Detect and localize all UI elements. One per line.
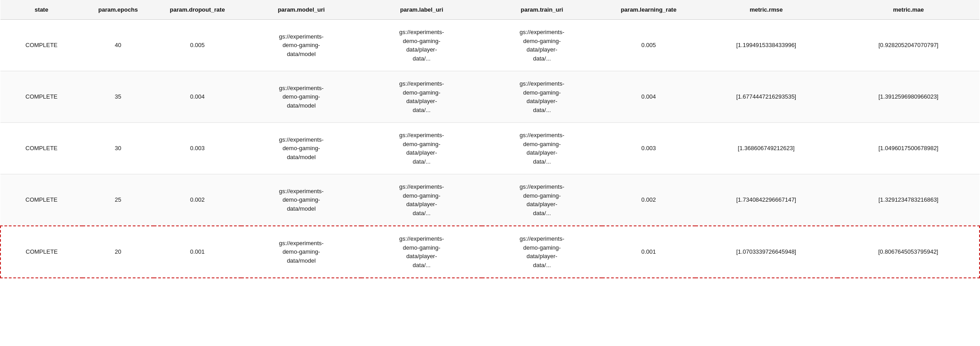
cell-param_learning_rate: 0.002 <box>602 174 695 226</box>
cell-metric_mae: [1.3912596980966023] <box>837 71 980 123</box>
col-header-param_dropout_rate: param.dropout_rate <box>154 0 241 20</box>
cell-param_model_uri: gs://experiments-demo-gaming-data/model <box>241 226 361 278</box>
cell-param_label_uri: gs://experiments-demo-gaming-data/player… <box>361 226 481 278</box>
experiments-table: stateparam.epochsparam.dropout_rateparam… <box>0 0 980 278</box>
col-header-param_model_uri: param.model_uri <box>241 0 361 20</box>
cell-param_train_uri: gs://experiments-demo-gaming-data/player… <box>482 174 602 226</box>
cell-metric_mae: [0.9282052047070797] <box>837 20 980 71</box>
cell-state: COMPLETE <box>0 20 82 71</box>
cell-param_label_uri: gs://experiments-demo-gaming-data/player… <box>361 123 481 174</box>
cell-param_model_uri: gs://experiments-demo-gaming-data/model <box>241 174 361 226</box>
cell-param_train_uri: gs://experiments-demo-gaming-data/player… <box>482 71 602 123</box>
cell-param_epochs: 25 <box>82 174 154 226</box>
table-row[interactable]: COMPLETE400.005gs://experiments-demo-gam… <box>0 20 980 71</box>
cell-state: COMPLETE <box>0 71 82 123</box>
cell-param_epochs: 30 <box>82 123 154 174</box>
cell-param_label_uri: gs://experiments-demo-gaming-data/player… <box>361 20 481 71</box>
cell-param_dropout_rate: 0.004 <box>154 71 241 123</box>
cell-state: COMPLETE <box>0 226 82 278</box>
cell-param_label_uri: gs://experiments-demo-gaming-data/player… <box>361 71 481 123</box>
main-table-container: stateparam.epochsparam.dropout_rateparam… <box>0 0 980 346</box>
col-header-param_train_uri: param.train_uri <box>482 0 602 20</box>
cell-metric_rmse: [1.368606749212623] <box>695 123 837 174</box>
cell-param_learning_rate: 0.001 <box>602 226 695 278</box>
cell-param_epochs: 35 <box>82 71 154 123</box>
table-row[interactable]: COMPLETE250.002gs://experiments-demo-gam… <box>0 174 980 226</box>
cell-param_train_uri: gs://experiments-demo-gaming-data/player… <box>482 20 602 71</box>
cell-param_train_uri: gs://experiments-demo-gaming-data/player… <box>482 123 602 174</box>
cell-state: COMPLETE <box>0 123 82 174</box>
cell-metric_rmse: [1.6774447216293535] <box>695 71 837 123</box>
cell-param_dropout_rate: 0.005 <box>154 20 241 71</box>
cell-state: COMPLETE <box>0 174 82 226</box>
cell-param_learning_rate: 0.005 <box>602 20 695 71</box>
col-header-param_learning_rate: param.learning_rate <box>602 0 695 20</box>
cell-param_dropout_rate: 0.001 <box>154 226 241 278</box>
table-header-row: stateparam.epochsparam.dropout_rateparam… <box>0 0 980 20</box>
cell-param_model_uri: gs://experiments-demo-gaming-data/model <box>241 20 361 71</box>
col-header-param_label_uri: param.label_uri <box>361 0 481 20</box>
cell-metric_rmse: [1.1994915338433996] <box>695 20 837 71</box>
cell-param_train_uri: gs://experiments-demo-gaming-data/player… <box>482 226 602 278</box>
table-row[interactable]: COMPLETE300.003gs://experiments-demo-gam… <box>0 123 980 174</box>
cell-param_learning_rate: 0.004 <box>602 71 695 123</box>
cell-param_dropout_rate: 0.003 <box>154 123 241 174</box>
cell-param_learning_rate: 0.003 <box>602 123 695 174</box>
cell-param_model_uri: gs://experiments-demo-gaming-data/model <box>241 123 361 174</box>
col-header-metric_mae: metric.mae <box>837 0 980 20</box>
cell-metric_rmse: [1.7340842296667147] <box>695 174 837 226</box>
cell-metric_mae: [1.0496017500678982] <box>837 123 980 174</box>
cell-param_label_uri: gs://experiments-demo-gaming-data/player… <box>361 174 481 226</box>
col-header-metric_rmse: metric.rmse <box>695 0 837 20</box>
cell-metric_mae: [1.3291234783216863] <box>837 174 980 226</box>
cell-metric_mae: [0.8067645053795942] <box>837 226 980 278</box>
cell-param_model_uri: gs://experiments-demo-gaming-data/model <box>241 71 361 123</box>
cell-param_epochs: 40 <box>82 20 154 71</box>
table-row[interactable]: COMPLETE350.004gs://experiments-demo-gam… <box>0 71 980 123</box>
cell-param_dropout_rate: 0.002 <box>154 174 241 226</box>
cell-metric_rmse: [1.0703339726645948] <box>695 226 837 278</box>
table-row[interactable]: COMPLETE200.001gs://experiments-demo-gam… <box>0 226 980 278</box>
cell-param_epochs: 20 <box>82 226 154 278</box>
col-header-param_epochs: param.epochs <box>82 0 154 20</box>
col-header-state: state <box>0 0 82 20</box>
